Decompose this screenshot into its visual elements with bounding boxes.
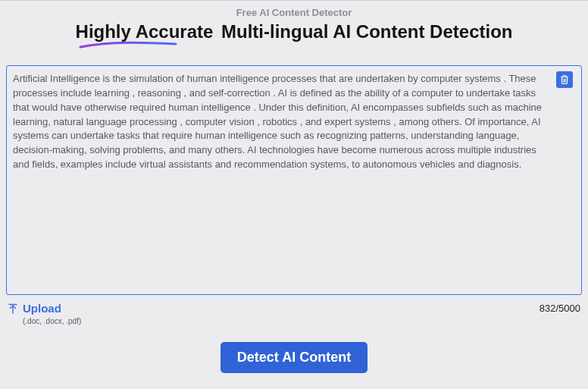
detect-button[interactable]: Detect AI Content	[220, 342, 368, 373]
clear-button[interactable]	[556, 71, 573, 88]
char-counter-max: 5000	[558, 303, 580, 314]
headline-emph-text: Highly Accurate	[76, 21, 214, 42]
char-counter-current: 832	[540, 303, 556, 314]
accent-underline	[79, 41, 177, 50]
tool-name-label: Free AI Content Detector	[0, 1, 588, 18]
trash-icon	[560, 74, 569, 85]
editor-container	[6, 65, 582, 298]
headline-rest-text: Multi-lingual AI Content Detection	[216, 21, 512, 42]
upload-label: Upload	[23, 303, 81, 315]
page-title: Highly Accurate Multi-lingual AI Content…	[76, 21, 513, 42]
upload-icon	[8, 303, 18, 318]
char-counter: 832/5000	[540, 303, 580, 314]
content-input[interactable]	[6, 65, 582, 295]
upload-formats: (.doc, .docx, .pdf)	[23, 317, 81, 325]
upload-button[interactable]: Upload (.doc, .docx, .pdf)	[8, 303, 81, 325]
